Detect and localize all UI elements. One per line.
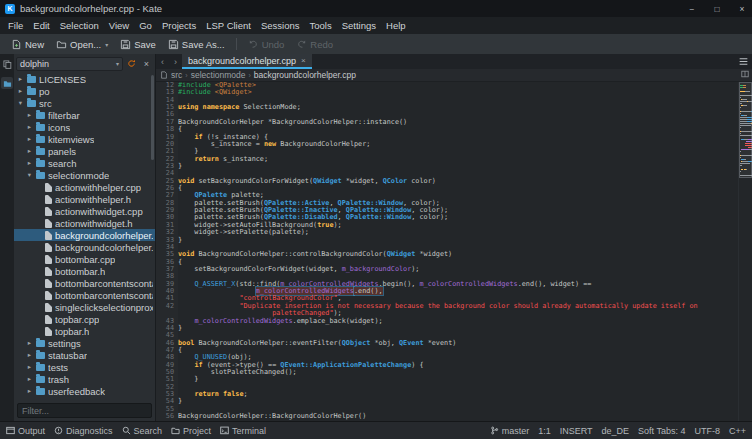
reload-project-button[interactable] <box>125 57 138 70</box>
expand-icon[interactable]: ▸ <box>26 123 33 131</box>
panel-button-project[interactable]: Project <box>171 426 211 436</box>
tree-item-bottombarcontentscontainer-h[interactable]: bottombarcontentscontainer.h <box>14 289 155 301</box>
code-line-51[interactable]: } <box>178 376 738 383</box>
breadcrumb-item-src[interactable]: src <box>171 70 182 80</box>
project-selector[interactable]: dolphin ▾ <box>16 57 123 71</box>
code-line-33[interactable]: } <box>178 237 738 244</box>
menu-sessions[interactable]: Sessions <box>256 17 305 34</box>
tab-close-icon[interactable]: × <box>301 56 306 65</box>
maximize-icon[interactable]: □ <box>707 0 727 17</box>
tree-item-trash[interactable]: ▸trash <box>14 373 155 385</box>
expand-icon[interactable]: ▸ <box>26 351 33 359</box>
menu-lsp-client[interactable]: LSP Client <box>201 17 256 34</box>
code-line-50[interactable]: slotPaletteChanged(); <box>178 369 738 376</box>
tree-item-topbar-cpp[interactable]: topbar.cpp <box>14 313 155 325</box>
status-master[interactable]: master <box>490 426 530 436</box>
code-editor[interactable]: 1213141516171819202122232425262728293031… <box>156 82 752 421</box>
tree-item-backgroundcolorhelper-h[interactable]: backgroundcolorhelper.h <box>14 241 155 253</box>
code-line-15[interactable]: using namespace SelectionMode; <box>178 104 738 111</box>
expand-icon[interactable]: ▸ <box>26 135 33 143</box>
nav-back-icon[interactable]: ‹ <box>156 54 169 69</box>
code-line-12[interactable]: #include <QPalette> <box>178 82 738 89</box>
panel-button-output[interactable]: Output <box>6 426 45 436</box>
minimap-viewport[interactable] <box>739 82 752 178</box>
menu-view[interactable]: View <box>104 17 134 34</box>
expand-icon[interactable]: ▸ <box>26 375 33 383</box>
tree-item-bottombar-cpp[interactable]: bottombar.cpp <box>14 253 155 265</box>
code-line-52[interactable] <box>178 384 738 391</box>
code-line-47[interactable]: { <box>178 347 738 354</box>
tree-item-kitemviews[interactable]: ▸kitemviews <box>14 133 155 145</box>
save-button[interactable]: Save <box>115 37 161 52</box>
code-line-54[interactable]: } <box>178 398 738 405</box>
code-line-17[interactable]: BackgroundColorHelper *BackgroundColorHe… <box>178 119 738 126</box>
expand-icon[interactable]: ▸ <box>26 111 33 119</box>
status-utf-8[interactable]: UTF-8 <box>694 426 720 436</box>
code-line-35[interactable]: void BackgroundColorHelper::controlBackg… <box>178 251 738 258</box>
tree-scrollbar[interactable] <box>151 75 154 160</box>
code-line-32[interactable]: widget->setPalette(palette); <box>178 229 738 236</box>
expand-icon[interactable]: ▸ <box>26 159 33 167</box>
collapse-icon[interactable]: ▾ <box>26 171 33 179</box>
panel-button-search[interactable]: Search <box>122 426 163 436</box>
code-line-25[interactable]: void setBackgroundColorForWidget(QWidget… <box>178 178 738 185</box>
code-line-20[interactable]: s_instance = new BackgroundColorHelper; <box>178 141 738 148</box>
tree-item-filterbar[interactable]: ▸filterbar <box>14 109 155 121</box>
code-line-37[interactable]: setBackgroundColorForWidget(widget, m_ba… <box>178 266 738 273</box>
status-c[interactable]: C++ <box>729 426 746 436</box>
code-line-46[interactable]: bool BackgroundColorHelper::eventFilter(… <box>178 340 738 347</box>
undo-button[interactable]: Undo <box>243 37 290 52</box>
code-line-23[interactable]: } <box>178 163 738 170</box>
collapse-icon[interactable]: ▾ <box>17 99 24 107</box>
menu-edit[interactable]: Edit <box>28 17 54 34</box>
project-filter-input[interactable] <box>17 403 152 418</box>
menu-file[interactable]: File <box>3 17 28 34</box>
tree-item-singleclickselectionproxystyle-h[interactable]: singleclickselectionproxystyle.h <box>14 301 155 313</box>
expand-icon[interactable]: ▸ <box>26 363 33 371</box>
menu-tools[interactable]: Tools <box>305 17 337 34</box>
sidebar-tool-documents[interactable] <box>1 58 13 70</box>
tree-item-statusbar[interactable]: ▸statusbar <box>14 349 155 361</box>
tree-item-licenses[interactable]: ▸LICENSES <box>14 73 155 85</box>
tree-item-selectionmode[interactable]: ▾selectionmode <box>14 169 155 181</box>
code-line-43[interactable]: m_colorControlledWidgets.emplace_back(wi… <box>178 318 738 325</box>
code-line-56[interactable]: BackgroundColorHelper::BackgroundColorHe… <box>178 413 738 420</box>
breadcrumb-item-selectionmode[interactable]: selectionmode <box>191 70 246 80</box>
breadcrumb-item-backgroundcolorhelper-cpp[interactable]: backgroundcolorhelper.cpp <box>254 70 356 80</box>
code-lines[interactable]: #include <QPalette>#include <QWidget>usi… <box>178 82 738 421</box>
split-view-icon[interactable] <box>741 70 749 78</box>
new-button[interactable]: New <box>6 37 49 52</box>
tree-item-bottombar-h[interactable]: bottombar.h <box>14 265 155 277</box>
minimap[interactable] <box>738 82 752 421</box>
expand-icon[interactable]: ▸ <box>26 339 33 347</box>
tree-item-settings[interactable]: ▸settings <box>14 337 155 349</box>
tree-item-po[interactable]: ▸po <box>14 85 155 97</box>
tree-item-actionwithhelper-h[interactable]: actionwithhelper.h <box>14 193 155 205</box>
expand-icon[interactable]: ▸ <box>26 387 33 395</box>
tree-item-search[interactable]: ▸search <box>14 157 155 169</box>
tree-item-backgroundcolorhelper-cpp[interactable]: backgroundcolorhelper.cpp <box>14 229 155 241</box>
code-line-13[interactable]: #include <QWidget> <box>178 89 738 96</box>
tree-item-actionwithwidget-cpp[interactable]: actionwithwidget.cpp <box>14 205 155 217</box>
tree-item-bottombarcontentscontainer-cpp[interactable]: bottombarcontentscontainer.cpp <box>14 277 155 289</box>
panel-button-diagnostics[interactable]: Diagnostics <box>54 426 113 436</box>
status-1-1[interactable]: 1:1 <box>538 426 551 436</box>
sidebar-tool-projects[interactable] <box>1 77 13 89</box>
expand-icon[interactable]: ▸ <box>17 75 24 83</box>
status-de-de[interactable]: de_DE <box>602 426 630 436</box>
panel-button-terminal[interactable]: Terminal <box>220 426 266 436</box>
menu-go[interactable]: Go <box>134 17 157 34</box>
menu-help[interactable]: Help <box>381 17 411 34</box>
tree-item-icons[interactable]: ▸icons <box>14 121 155 133</box>
tree-item-topbar-h[interactable]: topbar.h <box>14 325 155 337</box>
menu-projects[interactable]: Projects <box>157 17 201 34</box>
tree-item-src[interactable]: ▾src <box>14 97 155 109</box>
status-soft-tabs-4[interactable]: Soft Tabs: 4 <box>638 426 685 436</box>
tree-item-userfeedback[interactable]: ▸userfeedback <box>14 385 155 397</box>
redo-button[interactable]: Redo <box>291 37 338 52</box>
expand-icon[interactable]: ▸ <box>26 147 33 155</box>
expand-icon[interactable]: ▸ <box>17 87 24 95</box>
tree-item-actionwithhelper-cpp[interactable]: actionwithhelper.cpp <box>14 181 155 193</box>
tree-item-panels[interactable]: ▸panels <box>14 145 155 157</box>
code-line-22[interactable]: return s_instance; <box>178 156 738 163</box>
